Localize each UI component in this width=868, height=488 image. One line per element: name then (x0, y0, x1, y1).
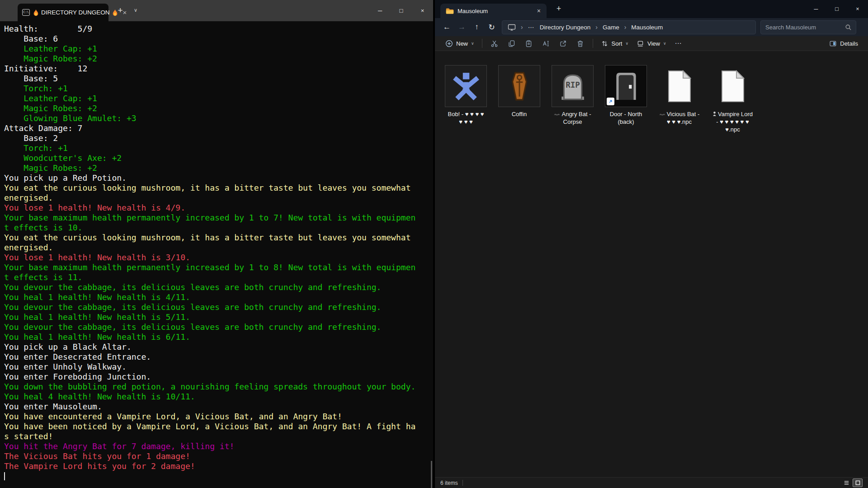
file-item[interactable]: Bob! - ♥ ♥ ♥ ♥♥ ♥ ♥ (442, 65, 490, 126)
file-icon (605, 65, 647, 107)
terminal-line: You heal 4 health! New health is 10/11. (4, 392, 433, 402)
terminal-line: Attack Damage: 7 (4, 123, 433, 133)
bat-emoji-icon (554, 113, 560, 117)
details-view-button[interactable] (841, 479, 851, 487)
file-name: Vicious Bat -♥ ♥ ♥.npc (659, 110, 700, 126)
clipboard-icon (525, 40, 533, 47)
terminal-line: The Vicious Bat hits you for 1 damage! (4, 451, 433, 461)
tab-dropdown-icon[interactable]: ∨ (130, 7, 141, 13)
search-box[interactable] (760, 20, 856, 34)
scrollbar-thumb[interactable] (431, 461, 432, 488)
terminal-line: Glowing Blue Amulet: +3 (4, 113, 433, 123)
breadcrumb-item[interactable]: Mausoleum (631, 24, 663, 31)
maximize-button[interactable]: □ (826, 0, 847, 18)
terminal-scrollbar[interactable] (430, 21, 433, 488)
terminal-line: You eat the curious looking mushroom, it… (4, 183, 433, 193)
terminal-line: You enter Desecrated Entrance. (4, 352, 433, 362)
explorer-titlebar[interactable]: Mausoleum × + ─ □ × (435, 0, 868, 18)
terminal-line: You have encountered a Vampire Lord, a V… (4, 412, 433, 422)
terminal-line: s started! (4, 432, 433, 441)
file-icon (658, 65, 700, 107)
file-item[interactable]: Angry Bat -Corpse (549, 65, 596, 126)
breadcrumb-item[interactable]: Game (603, 24, 619, 31)
forward-button[interactable]: → (454, 23, 469, 32)
terminal-line: Health: 5/9 (4, 24, 433, 34)
copy-button[interactable] (503, 37, 520, 50)
maximize-button[interactable]: □ (391, 0, 412, 21)
file-item[interactable]: Coffin (495, 65, 543, 118)
terminal-screen[interactable]: Health: 5/9 Base: 6 Leather Cap: +1 Magi… (0, 21, 433, 488)
file-icon (498, 65, 540, 107)
this-pc-icon[interactable] (508, 23, 516, 31)
terminal-line: Magic Robes: +2 (4, 54, 433, 64)
terminal-line: t effects is 10. (4, 223, 433, 233)
sort-arrows-icon (601, 40, 609, 47)
cut-button[interactable] (486, 37, 503, 50)
paste-button[interactable] (520, 37, 538, 50)
item-count: 6 items (440, 480, 458, 486)
terminal-line: Torch: +1 (4, 143, 433, 153)
file-item[interactable]: Door - North(back) (602, 65, 650, 126)
file-icon (445, 65, 487, 107)
sort-button[interactable]: Sort ∨ (597, 37, 632, 50)
more-options-button[interactable]: ⋯ (670, 39, 687, 47)
refresh-button[interactable]: ↻ (484, 23, 499, 32)
terminal-line: You enter Foreboding Junction. (4, 372, 433, 382)
terminal-line: You have been noticed by a Vampire Lord,… (4, 422, 433, 432)
file-name: Vampire Lord- ♥ ♥ ♥ ♥ ♥ ♥♥.npc (712, 110, 753, 133)
terminal-window: C:\ DIRECTORY DUNGEON × + ∨ ─ □ × Health… (0, 0, 433, 488)
terminal-line: Magic Robes: +2 (4, 163, 433, 173)
terminal-line: Your base maximum health permanently inc… (4, 213, 433, 223)
terminal-line: You pick up a Red Potion. (4, 173, 433, 183)
command-bar: New ∨ Sort ∨ View ∨ ⋯ Details (435, 36, 868, 51)
new-tab-button[interactable]: + (552, 4, 565, 14)
chevron-down-icon: ∨ (625, 41, 628, 46)
rename-button[interactable] (538, 37, 555, 50)
terminal-line: You hit the Angry Bat for 7 damage, kill… (4, 441, 433, 451)
terminal-titlebar[interactable]: C:\ DIRECTORY DUNGEON × + ∨ ─ □ × (0, 0, 433, 21)
explorer-tab[interactable]: Mausoleum × (440, 4, 547, 18)
view-mode-icon (637, 40, 644, 47)
terminal-line: You lose 1 health! New health is 4/9. (4, 203, 433, 213)
terminal-line: You devour the cabbage, its delicious le… (4, 322, 433, 332)
icons-view-button[interactable] (853, 479, 863, 487)
terminal-line: Magic Robes: +2 (4, 103, 433, 113)
search-icon[interactable] (845, 24, 852, 31)
breadcrumb-overflow-button[interactable]: ⋯ (528, 23, 535, 31)
file-name: Angry Bat -Corpse (554, 110, 591, 126)
new-tab-button[interactable]: + (114, 5, 127, 15)
share-button[interactable] (555, 37, 572, 50)
details-panel-icon (829, 40, 837, 47)
terminal-tab-title: DIRECTORY DUNGEON (33, 9, 118, 16)
plus-circle-icon (445, 40, 453, 47)
close-button[interactable]: × (412, 0, 433, 21)
new-button[interactable]: New ∨ (441, 37, 478, 50)
search-input[interactable] (765, 24, 845, 31)
file-icon (552, 65, 594, 107)
terminal-line: You eat the curious looking mushroom, it… (4, 233, 433, 243)
file-list-area[interactable]: Bob! - ♥ ♥ ♥ ♥♥ ♥ ♥ Coffin Angry Bat -Co… (435, 52, 868, 477)
bat-emoji-icon (659, 113, 665, 117)
tab-close-icon[interactable]: × (535, 7, 543, 14)
terminal-line: Woodcutter's Axe: +2 (4, 153, 433, 163)
delete-button[interactable] (572, 37, 589, 50)
up-button[interactable]: ↑ (469, 23, 484, 32)
trash-icon (576, 40, 584, 47)
minimize-button[interactable]: ─ (806, 0, 826, 18)
close-button[interactable]: × (847, 0, 868, 18)
chevron-right-icon: › (521, 23, 523, 31)
terminal-line: Base: 2 (4, 133, 433, 143)
view-button[interactable]: View ∨ (632, 37, 670, 50)
minimize-button[interactable]: ─ (369, 0, 391, 21)
file-item[interactable]: Vicious Bat -♥ ♥ ♥.npc (656, 65, 703, 126)
details-button[interactable]: Details (826, 40, 862, 47)
breadcrumb-item[interactable]: Directory Dungeon (540, 24, 591, 31)
terminal-tab[interactable]: C:\ DIRECTORY DUNGEON × (18, 4, 108, 21)
back-button[interactable]: ← (439, 23, 454, 32)
terminal-line: t effects is 11. (4, 272, 433, 282)
chevron-right-icon: › (595, 23, 598, 31)
folder-icon (446, 8, 454, 14)
file-item[interactable]: Vampire Lord- ♥ ♥ ♥ ♥ ♥ ♥♥.npc (709, 65, 756, 133)
terminal-line: energised. (4, 243, 433, 253)
breadcrumb[interactable]: › ⋯ Directory Dungeon › Game › Mausoleum (502, 20, 756, 34)
